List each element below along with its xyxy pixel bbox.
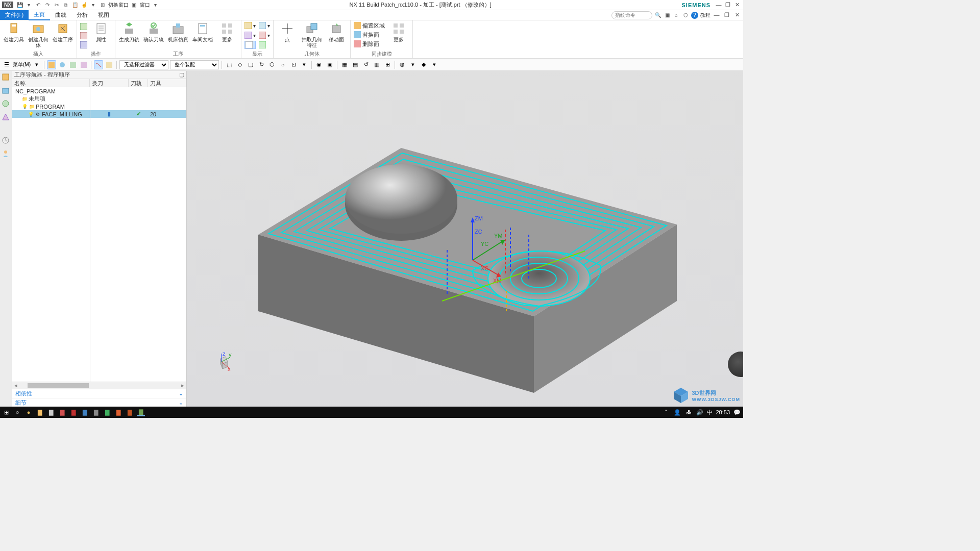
nav-geometry-icon[interactable] — [2, 99, 11, 109]
sel-mode-4-icon[interactable] — [79, 60, 88, 69]
tray-ime[interactable]: 中 — [707, 409, 713, 416]
sel-filter-2-icon[interactable] — [105, 60, 114, 69]
touch-icon[interactable]: ☝ — [81, 2, 88, 9]
tray-people-icon[interactable]: 👤 — [673, 408, 681, 416]
qat-dropdown-icon[interactable]: ▾ — [26, 2, 33, 9]
save-icon[interactable]: 💾 — [16, 2, 23, 9]
taskbar-app1-icon[interactable]: ▇ — [58, 408, 66, 416]
nav-roles-icon[interactable] — [2, 149, 11, 159]
command-search-input[interactable] — [611, 11, 652, 19]
tb-icon-p[interactable]: ◍ — [398, 60, 407, 69]
display-icon-1[interactable]: ▾ — [244, 21, 256, 30]
tab-curve[interactable]: 曲线 — [50, 10, 71, 20]
sel-mode-3-icon[interactable] — [68, 60, 78, 69]
tb-icon-b[interactable]: ◇ — [235, 60, 244, 69]
paste-icon[interactable]: 📋 — [71, 2, 79, 9]
tree-row-ncprogram[interactable]: NC_PROGRAM — [12, 87, 186, 95]
tree-row-facemilling[interactable]: 💡⚙FACE_MILLING ▮ ✔ 20 — [12, 110, 186, 118]
col-toolchange[interactable]: 换刀 — [90, 79, 129, 87]
favorite-icon[interactable]: ⬡ — [682, 12, 689, 19]
cortana-icon[interactable]: ○ — [13, 408, 21, 416]
taskbar-app6-icon[interactable]: ▇ — [114, 408, 122, 416]
menu-dropdown-caret[interactable]: ▾ — [32, 60, 41, 69]
tb-icon-m[interactable]: ↺ — [361, 60, 371, 69]
copy-icon[interactable]: ⧉ — [62, 2, 69, 9]
tray-volume-icon[interactable]: 🔊 — [696, 408, 704, 416]
tb-icon-k[interactable]: ▦ — [340, 60, 349, 69]
tab-home[interactable]: 主页 — [29, 10, 50, 20]
nav-history-icon[interactable] — [2, 136, 11, 145]
action-icon-1[interactable] — [80, 22, 87, 31]
sel-mode-1-icon[interactable] — [47, 60, 56, 69]
create-operation-button[interactable]: 创建工序 — [52, 21, 74, 42]
tab-view[interactable]: 视图 — [93, 10, 114, 20]
more-operation-button[interactable]: 更多 — [216, 21, 238, 42]
tree-row-program[interactable]: 💡📁PROGRAM — [12, 103, 186, 110]
nav-operation-icon[interactable] — [2, 73, 11, 82]
taskbar-explorer-icon[interactable]: ▇ — [36, 408, 44, 416]
tb-icon-g[interactable]: ⊡ — [289, 60, 298, 69]
move-face-button[interactable]: 移动面 — [326, 21, 347, 42]
display-icon-3[interactable] — [244, 41, 256, 49]
display-icon-2[interactable]: ▾ — [244, 31, 256, 39]
col-path[interactable]: 刀轨 — [129, 79, 148, 87]
switch-window-label[interactable]: 切换窗口 — [108, 2, 129, 9]
machine-simulation-button[interactable]: 机床仿真 — [167, 21, 189, 42]
verify-toolpath-button[interactable]: 确认刀轨 — [143, 21, 164, 42]
tb-icon-e[interactable]: ⬡ — [267, 60, 277, 69]
menu-label[interactable]: 菜单(M) — [13, 61, 31, 68]
taskbar-app5-icon[interactable]: ▇ — [103, 408, 111, 416]
help-icon[interactable]: ? — [691, 12, 698, 19]
taskbar-nx-icon[interactable]: ▇ — [137, 408, 145, 416]
tb-icon-o[interactable]: ⊞ — [383, 60, 392, 69]
selection-filter-combo[interactable]: 无选择过滤器 — [119, 60, 168, 69]
display-icon-5[interactable]: ▾ — [259, 31, 270, 39]
minimize-button[interactable]: — — [715, 2, 723, 9]
tray-up-icon[interactable]: ˄ — [662, 408, 670, 416]
doc-minimize-button[interactable]: — — [713, 12, 721, 19]
navigator-hscrollbar[interactable]: ◂ ▸ — [12, 382, 186, 389]
close-button[interactable]: ✕ — [733, 2, 741, 9]
taskbar-store-icon[interactable]: ▇ — [47, 408, 55, 416]
nav-machine-icon[interactable] — [2, 86, 11, 95]
doc-restore-button[interactable]: ❐ — [723, 12, 731, 19]
tb-icon-l[interactable]: ▤ — [351, 60, 360, 69]
recent-icon[interactable]: ▣ — [664, 12, 671, 19]
navigator-unpin-icon[interactable]: ▢ — [179, 71, 184, 78]
tb-icon-q[interactable]: ▾ — [408, 60, 418, 69]
search-icon[interactable]: 🔍 — [654, 12, 662, 19]
tutorial-label[interactable]: 教程 — [700, 12, 710, 19]
tb-icon-d[interactable]: ↻ — [257, 60, 266, 69]
window-menu-icon[interactable]: ▣ — [131, 2, 138, 9]
cut-icon[interactable]: ✂ — [53, 2, 60, 9]
tb-icon-h[interactable]: ▾ — [300, 60, 309, 69]
start-button[interactable]: ⊞ — [2, 408, 10, 416]
dependencies-section[interactable]: 相依性⌄ — [12, 389, 186, 398]
display-icon-4[interactable]: ▾ — [259, 21, 270, 30]
extract-geometry-button[interactable]: 抽取几何特征 — [301, 21, 323, 48]
file-menu[interactable]: 文件(F) — [0, 10, 29, 20]
shop-doc-button[interactable]: 车间文档 — [192, 21, 213, 42]
offset-region-button[interactable]: 偏置区域 — [354, 21, 385, 30]
navigator-tree[interactable]: NC_PROGRAM 📁未用项 💡📁PROGRAM 💡⚙FACE_MILLING… — [12, 87, 186, 382]
tree-row-unused[interactable]: 📁未用项 — [12, 95, 186, 103]
create-tool-button[interactable]: 创建刀具 — [3, 21, 24, 42]
graphics-viewport[interactable]: ZM ZC YM YC XM XC — [187, 71, 743, 408]
taskbar-app4-icon[interactable]: ▇ — [92, 408, 100, 416]
tray-notifications-icon[interactable]: 💬 — [733, 408, 741, 416]
open-window-icon[interactable]: ⊞ — [99, 2, 106, 9]
sel-filter-1-icon[interactable] — [94, 60, 103, 69]
tb-icon-n[interactable]: ▥ — [372, 60, 381, 69]
generate-toolpath-button[interactable]: 生成刀轨 — [118, 21, 140, 42]
taskbar-app2-icon[interactable]: ▇ — [69, 408, 78, 416]
tray-time[interactable]: 20:53 — [716, 409, 730, 415]
tb-icon-j[interactable]: ▣ — [325, 60, 334, 69]
window-menu-label[interactable]: 窗口 — [140, 2, 150, 9]
taskbar-app7-icon[interactable]: ▇ — [126, 408, 134, 416]
point-button[interactable]: 点 — [277, 21, 298, 42]
window-dropdown-icon[interactable]: ▾ — [152, 2, 159, 9]
delete-face-button[interactable]: 删除面 — [354, 40, 385, 48]
tb-icon-a[interactable]: ⬚ — [225, 60, 234, 69]
action-icon-3[interactable] — [80, 41, 87, 49]
col-tool[interactable]: 刀具 — [148, 79, 186, 87]
